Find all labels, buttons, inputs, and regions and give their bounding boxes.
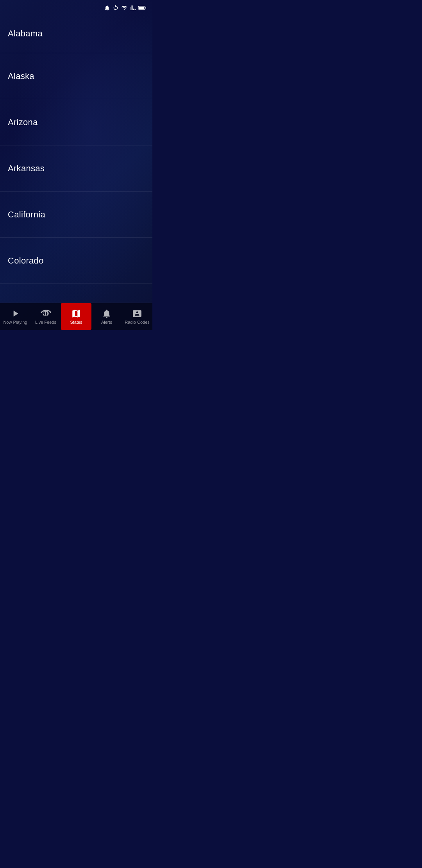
list-item-arizona[interactable]: Arizona [0, 99, 152, 145]
wifi-icon [121, 5, 127, 11]
battery-icon [138, 5, 146, 11]
nav-label-radio-codes: Radio Codes [125, 320, 150, 325]
status-icons [104, 5, 146, 11]
map-icon [71, 308, 81, 319]
radio-codes-icon [132, 308, 142, 319]
list-item-label-arizona: Arizona [8, 117, 38, 127]
status-bar [0, 0, 152, 14]
nav-item-now-playing[interactable]: Now Playing [0, 303, 30, 330]
nav-label-now-playing: Now Playing [3, 320, 27, 325]
list-item-arkansas[interactable]: Arkansas [0, 145, 152, 192]
list-item-colorado[interactable]: Colorado [0, 238, 152, 284]
sync-icon [113, 5, 119, 11]
play-icon [10, 308, 20, 319]
list-item-alabama[interactable]: Alabama [0, 14, 152, 53]
nav-item-states[interactable]: States [61, 303, 91, 330]
list-item-label-arkansas: Arkansas [8, 163, 45, 174]
signal-icon [130, 5, 136, 11]
nav-item-live-feeds[interactable]: Live Feeds [30, 303, 61, 330]
svg-rect-2 [139, 7, 144, 9]
nav-item-radio-codes[interactable]: Radio Codes [122, 303, 152, 330]
list-item-label-colorado: Colorado [8, 256, 44, 266]
list-item-label-california: California [8, 210, 45, 220]
nav-item-alerts[interactable]: Alerts [91, 303, 122, 330]
nav-label-states: States [70, 320, 82, 325]
notification-icon [104, 5, 110, 11]
states-list[interactable]: AlabamaAlaskaArizonaArkansasCaliforniaCo… [0, 14, 152, 303]
list-item-connecticut[interactable]: Connecticut [0, 284, 152, 303]
nav-label-live-feeds: Live Feeds [35, 320, 56, 325]
list-item-california[interactable]: California [0, 192, 152, 238]
nav-label-alerts: Alerts [101, 320, 112, 325]
radio-icon [41, 308, 51, 319]
alerts-icon [102, 308, 112, 319]
svg-rect-1 [145, 7, 146, 9]
list-item-label-alabama: Alabama [8, 29, 43, 39]
list-item-label-alaska: Alaska [8, 71, 34, 81]
list-item-alaska[interactable]: Alaska [0, 53, 152, 99]
bottom-navigation: Now Playing Live Feeds States Alerts Rad… [0, 303, 152, 330]
